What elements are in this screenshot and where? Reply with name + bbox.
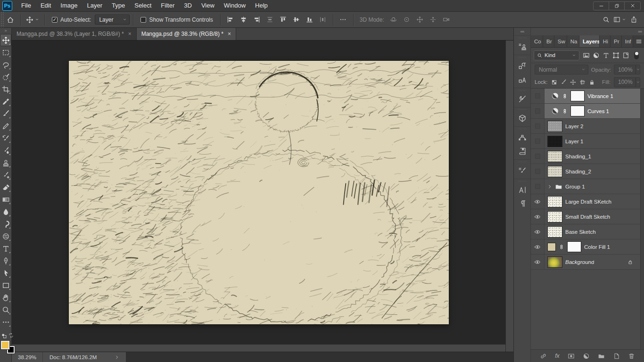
brush-settings-panel-button[interactable] (514, 164, 530, 177)
art-history-brush-tool[interactable] (0, 169, 11, 181)
home-button[interactable] (5, 14, 16, 25)
default-colors-icon[interactable] (1, 333, 7, 339)
edit-toolbar-tool[interactable] (0, 316, 11, 328)
layer-style-button[interactable]: fx (555, 350, 560, 362)
layer-mask-thumbnail[interactable] (567, 241, 581, 252)
blend-mode-dropdown[interactable]: Normal (535, 65, 588, 74)
character-styles-panel-button[interactable] (514, 73, 530, 86)
panel-tab-co[interactable]: Co (531, 35, 543, 47)
pen-tool[interactable] (0, 255, 11, 267)
foreground-color-swatch[interactable] (1, 341, 9, 349)
paths-panel-button[interactable] (514, 131, 530, 144)
layer-filter-kind-dropdown[interactable]: Kind (534, 50, 579, 60)
crop-tool[interactable] (0, 83, 11, 95)
fill-dropdown[interactable]: 100% (614, 77, 640, 87)
layer-visibility-toggle[interactable] (531, 179, 545, 194)
panel-tab-na[interactable]: Na (567, 35, 579, 47)
rectangle-tool[interactable] (0, 279, 11, 291)
layer-mask-thumbnail[interactable] (570, 90, 585, 101)
toolbar-grip[interactable]: » (4, 28, 7, 34)
panel-tab-br[interactable]: Br (543, 35, 554, 47)
menu-help[interactable]: Help (250, 2, 272, 9)
layer-thumbnail[interactable] (547, 166, 562, 177)
panel-tab-sw[interactable]: Sw (554, 35, 567, 47)
layer-visibility-toggle[interactable] (531, 209, 545, 224)
new-layer-button[interactable] (613, 350, 620, 362)
smudge-tool[interactable] (0, 218, 11, 230)
dist-h-centers-button[interactable] (317, 14, 329, 25)
menu-file[interactable]: File (17, 2, 36, 9)
fill-color-thumbnail[interactable] (547, 243, 556, 251)
status-options-button[interactable] (103, 352, 126, 362)
group-expand-icon[interactable] (547, 184, 552, 189)
document-tab[interactable]: Mangga.psd @ 38.3% (RGB/8) *× (137, 28, 236, 40)
lock-position-button[interactable] (570, 79, 576, 85)
lasso-tool[interactable] (0, 58, 11, 71)
document-canvas[interactable] (69, 61, 449, 324)
paragraph-styles-panel-button[interactable] (514, 59, 530, 73)
3d-roll-button[interactable] (401, 14, 413, 25)
pencil-tool[interactable] (0, 120, 11, 132)
panel-tab-hi[interactable]: Hi (600, 35, 611, 47)
layer-thumbnail[interactable] (547, 121, 562, 132)
layer-row[interactable]: Large Draft SKetch (531, 194, 640, 209)
auto-select-checkbox[interactable]: Auto-Select: (52, 16, 91, 23)
layer-thumbnail[interactable] (547, 211, 562, 222)
layer-row[interactable]: Background (531, 255, 640, 270)
expand-panels-button[interactable]: «« (514, 28, 530, 35)
sponge-tool[interactable] (0, 230, 11, 242)
character-panel-button[interactable] (514, 183, 530, 197)
options-bar-grip[interactable] (0, 12, 4, 27)
layer-visibility-toggle[interactable] (531, 164, 545, 179)
layer-thumbnail[interactable] (547, 256, 562, 268)
eraser-tool[interactable] (0, 181, 11, 193)
zoom-tool[interactable] (0, 304, 11, 316)
tool-presets-panel-button[interactable] (514, 92, 530, 106)
3d-orbit-button[interactable] (388, 14, 399, 25)
document-tab[interactable]: Mangga.psd @ 38.3% (Layer 1, RGB/8#) *× (12, 28, 137, 40)
mixer-brush-tool[interactable] (0, 144, 11, 156)
vertical-scrollbar[interactable] (505, 41, 513, 352)
tab-close-button[interactable]: × (128, 31, 132, 37)
tab-close-button[interactable]: × (228, 31, 231, 37)
clone-source-panel-button[interactable] (514, 40, 530, 53)
opacity-dropdown[interactable]: 100% (614, 65, 640, 74)
layer-row[interactable]: Color Fill 1 (531, 239, 640, 255)
filter-smart-object-button[interactable] (621, 50, 631, 60)
align-left-edges-button[interactable] (225, 14, 236, 25)
delete-layer-button[interactable] (628, 350, 635, 362)
layer-thumbnail[interactable] (547, 151, 562, 162)
rectangular-marquee-tool[interactable] (0, 46, 11, 58)
libraries-panel-button[interactable] (514, 144, 530, 158)
3d-camera-button[interactable] (441, 14, 452, 25)
collapse-panels-button[interactable]: »» (531, 28, 644, 35)
more-align-options-button[interactable] (338, 14, 349, 25)
layer-visibility-toggle[interactable] (531, 89, 545, 103)
restore-button[interactable] (609, 2, 625, 10)
lock-all-button[interactable] (589, 79, 595, 85)
layer-row[interactable]: Layer 1 (531, 134, 640, 149)
quick-selection-tool[interactable] (0, 71, 11, 83)
add-mask-button[interactable] (568, 350, 575, 362)
filter-adjustment-layers-button[interactable] (591, 50, 601, 60)
show-transform-checkbox[interactable]: Show Transform Controls (140, 16, 213, 23)
filter-pixel-layers-button[interactable] (581, 50, 591, 60)
layer-filter-toggle[interactable] (634, 51, 639, 59)
layer-visibility-toggle[interactable] (531, 134, 545, 148)
clone-stamp-tool[interactable] (0, 156, 11, 169)
layers-scrollbar[interactable] (640, 89, 644, 349)
3d-slide-button[interactable] (428, 14, 439, 25)
minimize-button[interactable] (594, 2, 609, 10)
menu-select[interactable]: Select (130, 2, 156, 9)
three-d-panel-button[interactable] (514, 111, 530, 125)
search-button[interactable] (600, 14, 611, 25)
menu-view[interactable]: View (197, 2, 219, 9)
layer-visibility-toggle[interactable] (531, 194, 545, 209)
layer-row[interactable]: Layer 2 (531, 119, 640, 134)
layer-row[interactable]: Curves 1 (531, 104, 640, 119)
dist-v-centers-button[interactable] (264, 14, 276, 25)
layer-visibility-toggle[interactable] (531, 255, 545, 269)
menu-layer[interactable]: Layer (83, 2, 107, 9)
menu-edit[interactable]: Edit (36, 2, 56, 9)
eyedropper-tool[interactable] (0, 95, 11, 107)
